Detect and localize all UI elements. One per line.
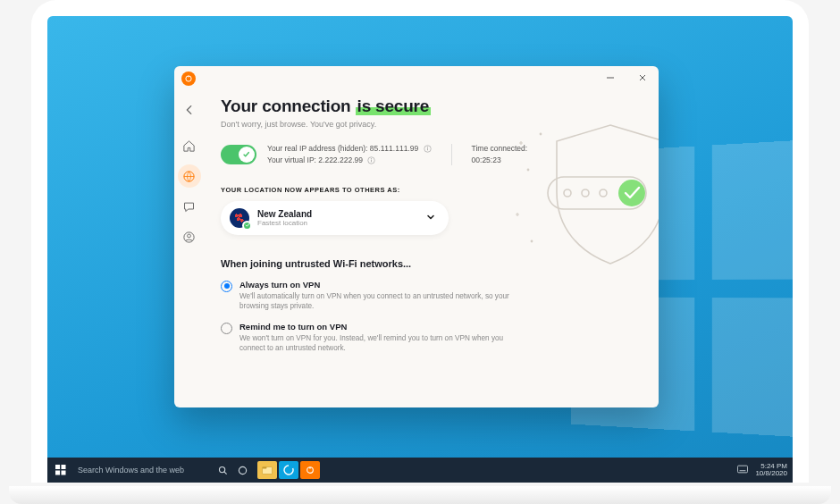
svg-rect-33 bbox=[738, 466, 748, 473]
location-name: New Zealand bbox=[257, 209, 312, 219]
svg-point-32 bbox=[309, 467, 311, 469]
sidebar-account-icon[interactable] bbox=[178, 225, 201, 248]
status-badge-icon bbox=[242, 221, 252, 231]
vpn-toggle[interactable] bbox=[221, 145, 256, 164]
page-subtitle: Don't worry, just browse. You've got pri… bbox=[221, 120, 634, 129]
radio-icon bbox=[221, 281, 232, 292]
cortana-icon[interactable] bbox=[232, 466, 252, 475]
svg-rect-21 bbox=[371, 160, 372, 163]
tray-keyboard-icon[interactable] bbox=[737, 465, 748, 475]
time-connected: Time connected: 00:25:23 bbox=[472, 143, 528, 166]
location-selector[interactable]: New Zealand Fastest location bbox=[221, 201, 449, 235]
svg-rect-25 bbox=[62, 471, 66, 475]
search-placeholder: Search Windows and the web bbox=[78, 466, 184, 475]
taskbar-pinned bbox=[257, 461, 320, 479]
svg-rect-30 bbox=[263, 467, 267, 469]
title-highlight: is secure bbox=[356, 97, 432, 115]
wifi-heading: When joining untrusted Wi-Fi networks... bbox=[221, 258, 634, 269]
svg-line-27 bbox=[223, 471, 226, 474]
taskbar-tray: 5:24 PM 10/8/2020 bbox=[737, 463, 793, 478]
info-icon[interactable] bbox=[424, 145, 432, 153]
laptop-bezel: Your connection is secure Don't worry, j… bbox=[31, 0, 809, 483]
title-prefix: Your connection bbox=[221, 97, 356, 115]
page-title: Your connection is secure bbox=[221, 97, 634, 116]
virtual-ip-value: 2.222.222.99 bbox=[318, 155, 363, 164]
option-desc: We'll automatically turn on VPN when you… bbox=[239, 291, 516, 311]
option-remind-me[interactable]: Remind me to turn on VPN We won't turn o… bbox=[221, 322, 516, 353]
taskbar-app-explorer-icon[interactable] bbox=[257, 461, 277, 479]
search-icon[interactable] bbox=[213, 466, 232, 475]
taskbar-app-edge-icon[interactable] bbox=[279, 461, 298, 479]
desktop-screen: Your connection is secure Don't worry, j… bbox=[47, 16, 793, 483]
check-icon bbox=[239, 147, 255, 163]
main-content: Your connection is secure Don't worry, j… bbox=[205, 66, 659, 407]
location-sub: Fastest location bbox=[257, 219, 312, 227]
real-ip-value: 85.111.111.99 bbox=[370, 144, 418, 153]
taskbar-search[interactable]: Search Windows and the web bbox=[74, 460, 213, 480]
sidebar-vpn-icon[interactable] bbox=[178, 164, 201, 188]
svg-point-14 bbox=[540, 133, 542, 136]
option-desc: We won't turn on VPN for you. Instead, w… bbox=[239, 333, 516, 353]
svg-point-28 bbox=[239, 466, 246, 474]
svg-point-20 bbox=[371, 158, 372, 159]
svg-rect-24 bbox=[55, 471, 60, 475]
sidebar-support-icon[interactable] bbox=[178, 195, 201, 218]
status-row: Your real IP address (hidden): 85.111.11… bbox=[221, 143, 634, 166]
taskbar-clock[interactable]: 5:24 PM 10/8/2020 bbox=[755, 463, 787, 478]
taskbar: Search Windows and the web bbox=[47, 458, 793, 483]
svg-point-13 bbox=[527, 169, 530, 172]
taskbar-app-vpn-icon[interactable] bbox=[300, 461, 320, 479]
svg-rect-18 bbox=[427, 148, 428, 151]
svg-point-15 bbox=[531, 240, 533, 243]
chevron-down-icon bbox=[425, 210, 436, 226]
svg-point-26 bbox=[219, 466, 224, 472]
svg-point-17 bbox=[426, 147, 427, 147]
back-button[interactable] bbox=[178, 98, 201, 122]
sidebar bbox=[174, 66, 205, 407]
ip-info: Your real IP address (hidden): 85.111.11… bbox=[267, 143, 432, 166]
clock-date: 10/8/2020 bbox=[755, 470, 787, 477]
start-button[interactable] bbox=[47, 458, 74, 483]
option-label: Always turn on VPN bbox=[239, 280, 516, 290]
location-section-label: YOUR LOCATION NOW APPEARS TO OTHERS AS: bbox=[221, 186, 634, 194]
svg-point-7 bbox=[188, 234, 191, 238]
sidebar-home-icon[interactable] bbox=[178, 134, 201, 157]
virtual-ip-label: Your virtual IP: bbox=[267, 155, 318, 164]
time-connected-label: Time connected: bbox=[472, 143, 528, 155]
option-label: Remind me to turn on VPN bbox=[239, 322, 516, 332]
vpn-app-window: Your connection is secure Don't worry, j… bbox=[174, 66, 659, 407]
svg-rect-22 bbox=[55, 465, 60, 469]
time-connected-value: 00:25:23 bbox=[472, 155, 528, 166]
info-icon[interactable] bbox=[367, 156, 375, 164]
real-ip-label: Your real IP address (hidden): bbox=[267, 144, 370, 153]
svg-rect-23 bbox=[62, 465, 66, 469]
wifi-options: Always turn on VPN We'll automatically t… bbox=[221, 280, 516, 353]
divider bbox=[451, 144, 452, 165]
laptop-base bbox=[9, 486, 831, 504]
option-always-on[interactable]: Always turn on VPN We'll automatically t… bbox=[221, 280, 516, 311]
radio-icon bbox=[221, 323, 232, 334]
